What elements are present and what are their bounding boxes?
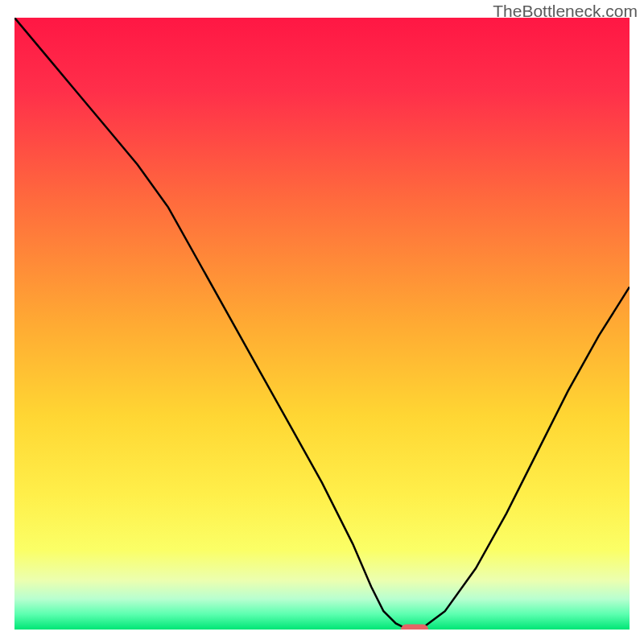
bottleneck-curve	[14, 18, 630, 630]
watermark-text: TheBottleneck.com	[493, 2, 638, 21]
chart-container: TheBottleneck.com	[0, 0, 644, 644]
plot-area	[14, 18, 630, 630]
optimal-marker	[401, 625, 428, 630]
